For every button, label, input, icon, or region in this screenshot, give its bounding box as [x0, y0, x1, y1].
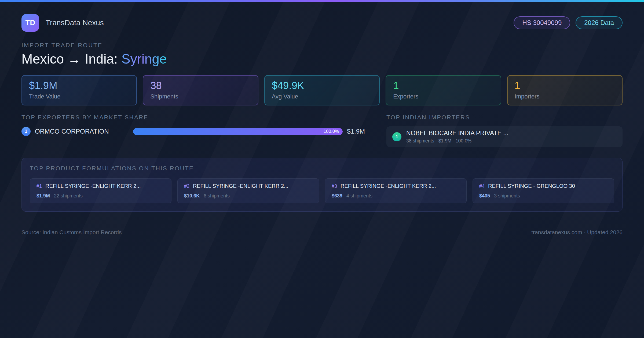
stat-label: Trade Value [29, 93, 129, 100]
importer-name: NOBEL BIOCARE INDIA PRIVATE ... [406, 130, 508, 137]
stat-label: Shipments [150, 93, 251, 100]
app-logo: TD [21, 14, 39, 32]
formulation-card-4[interactable]: #4 REFILL SYRINGE - GRENGLOO 30 $405 3 s… [473, 178, 614, 203]
formulation-rank: #1 [36, 183, 42, 189]
formulations-grid: #1 REFILL SYRINGE -ENLIGHT KERR 2... $1.… [30, 178, 614, 203]
year-data-badge[interactable]: 2026 Data [576, 16, 623, 29]
formulation-card-2[interactable]: #2 REFILL SYRINGE -ENLIGHT KERR 2... $10… [177, 178, 319, 203]
formulation-value: $639 [332, 193, 342, 199]
formulations-heading: TOP PRODUCT FORMULATIONS ON THIS ROUTE [30, 165, 614, 172]
formulation-stats-row: $639 4 shipments [332, 193, 460, 199]
header-badges: HS 30049099 2026 Data [514, 16, 623, 29]
formulation-title-row: #1 REFILL SYRINGE -ENLIGHT KERR 2... [36, 183, 165, 189]
stat-label: Importers [515, 93, 615, 100]
importers-heading: TOP INDIAN IMPORTERS [386, 114, 623, 121]
market-share-percent: 100.0% [324, 129, 339, 134]
footer-site-link[interactable]: transdatanexus.com · Updated 2026 [531, 229, 623, 236]
stat-label: Exporters [393, 93, 493, 100]
footer: Source: Indian Customs Import Records tr… [21, 223, 623, 236]
hs-code-badge[interactable]: HS 30049099 [514, 16, 570, 29]
exporters-heading: TOP EXPORTERS BY MARKET SHARE [21, 114, 365, 121]
formulation-shipments: 6 shipments [204, 193, 230, 199]
importer-rank-badge: 1 [392, 132, 401, 141]
formulation-stats-row: $1.9M 22 shipments [36, 193, 165, 199]
stat-card-exporters: 1 Exporters [386, 75, 501, 106]
formulation-name: REFILL SYRINGE -ENLIGHT KERR 2... [45, 183, 141, 189]
top-importers-section: TOP INDIAN IMPORTERS 1 NOBEL BIOCARE IND… [386, 114, 623, 147]
top-accent-bar [0, 0, 644, 2]
page: TD TransData Nexus HS 30049099 2026 Data… [0, 14, 644, 236]
market-share-bar-track: 100.0% [133, 128, 343, 135]
exporter-row[interactable]: 1 ORMCO CORPORATION 100.0% $1.9M [21, 127, 365, 136]
formulation-value: $1.9M [36, 193, 50, 199]
formulation-value: $10.6K [184, 193, 200, 199]
formulation-shipments: 22 shipments [54, 193, 83, 199]
formulation-title-row: #2 REFILL SYRINGE -ENLIGHT KERR 2... [184, 183, 312, 189]
formulation-name: REFILL SYRINGE -ENLIGHT KERR 2... [193, 183, 288, 189]
formulation-title-row: #3 REFILL SYRINGE -ENLIGHT KERR 2... [332, 183, 460, 189]
stat-card-shipments: 38 Shipments [143, 75, 258, 106]
formulation-shipments: 3 shipments [494, 193, 520, 199]
formulation-stats-row: $10.6K 6 shipments [184, 193, 312, 199]
page-title-main: Mexico → India: [21, 52, 118, 67]
top-exporters-section: TOP EXPORTERS BY MARKET SHARE 1 ORMCO CO… [21, 114, 365, 147]
formulation-name: REFILL SYRINGE -ENLIGHT KERR 2... [341, 183, 436, 189]
formulation-card-3[interactable]: #3 REFILL SYRINGE -ENLIGHT KERR 2... $63… [325, 178, 467, 203]
app-logo-text: TD [25, 19, 35, 27]
exporter-name: ORMCO CORPORATION [35, 128, 129, 135]
importer-row[interactable]: 1 NOBEL BIOCARE INDIA PRIVATE ... 38 shi… [386, 126, 623, 147]
page-title-product: Syringe [121, 52, 167, 67]
formulation-rank: #4 [479, 183, 485, 189]
stat-value: $49.9K [272, 80, 372, 91]
route-eyebrow: IMPORT TRADE ROUTE [21, 42, 623, 49]
app-title: TransData Nexus [46, 19, 104, 27]
formulation-value: $405 [479, 193, 490, 199]
stat-value: 38 [150, 80, 251, 91]
formulation-stats-row: $405 3 shipments [479, 193, 608, 199]
header: TD TransData Nexus HS 30049099 2026 Data [21, 14, 623, 32]
importer-info: NOBEL BIOCARE INDIA PRIVATE ... 38 shipm… [406, 130, 508, 144]
stat-value: 1 [393, 80, 493, 91]
formulation-name: REFILL SYRINGE - GRENGLOO 30 [488, 183, 575, 189]
stat-value: 1 [515, 80, 615, 91]
formulation-rank: #3 [332, 183, 337, 189]
market-share-bar: 100.0% [133, 128, 343, 135]
footer-source: Source: Indian Customs Import Records [21, 229, 122, 236]
formulation-title-row: #4 REFILL SYRINGE - GRENGLOO 30 [479, 183, 608, 189]
formulation-shipments: 4 shipments [346, 193, 372, 199]
stat-card-trade-value: $1.9M Trade Value [21, 75, 137, 106]
exporter-rank-badge: 1 [21, 127, 31, 136]
importer-details: 38 shipments · $1.9M · 100.0% [406, 138, 508, 144]
lists-section: TOP EXPORTERS BY MARKET SHARE 1 ORMCO CO… [21, 114, 623, 147]
formulations-panel: TOP PRODUCT FORMULATIONS ON THIS ROUTE #… [21, 158, 623, 212]
formulation-card-1[interactable]: #1 REFILL SYRINGE -ENLIGHT KERR 2... $1.… [30, 178, 171, 203]
stat-label: Avg Value [272, 93, 372, 100]
stat-card-importers: 1 Importers [507, 75, 623, 106]
page-title: Mexico → India: Syringe [21, 52, 623, 67]
stat-value: $1.9M [29, 80, 129, 91]
formulation-rank: #2 [184, 183, 189, 189]
stat-card-avg-value: $49.9K Avg Value [264, 75, 380, 106]
stats-row: $1.9M Trade Value 38 Shipments $49.9K Av… [21, 75, 623, 106]
exporter-value: $1.9M [347, 128, 365, 135]
